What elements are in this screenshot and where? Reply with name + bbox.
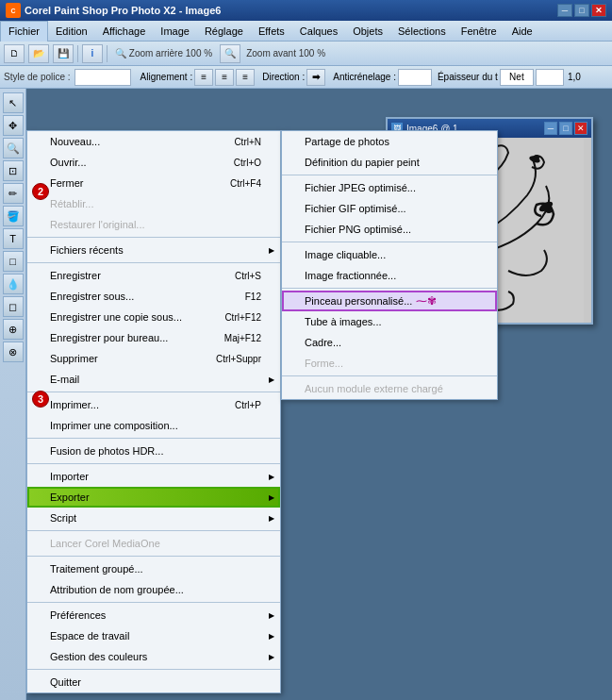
image-window-controls[interactable]: ─ □ ✕ [544, 122, 587, 135]
menu-aide[interactable]: Aide [504, 21, 540, 42]
iw-minimize[interactable]: ─ [544, 122, 557, 135]
maximize-button[interactable]: □ [574, 4, 589, 17]
menu-email[interactable]: E-mail [27, 369, 280, 390]
menu-importer[interactable]: Importer [27, 466, 280, 487]
fermer-shortcut: Ctrl+F4 [230, 178, 261, 189]
thickness-value: 1,0 [568, 72, 581, 82]
sub-definition-papier[interactable]: Définition du papier peint [282, 152, 497, 173]
direction-label: Direction : [262, 72, 305, 82]
tool-zoom[interactable]: 🔍 [3, 138, 24, 158]
zoom-in-btn[interactable]: 🔍 [220, 44, 240, 63]
fichier-dropdown: Nouveau... Ctrl+N Ouvrir... Ctrl+O Ferme… [26, 130, 281, 693]
direction-btn[interactable]: ➡ [306, 69, 325, 86]
info-btn[interactable]: i [82, 44, 103, 63]
menu-attribution-nom[interactable]: Attribution de nom groupée... [27, 579, 280, 600]
menu-traitement-groupe[interactable]: Traitement groupé... [27, 558, 280, 579]
sep1 [27, 237, 280, 238]
tool-crop[interactable]: ⊡ [3, 160, 24, 181]
sep5 [27, 463, 280, 464]
sep2 [27, 262, 280, 263]
sep9 [27, 669, 280, 670]
app-icon: C [6, 3, 21, 18]
sub-pinceau-perso[interactable]: Pinceau personnalisé... ⁓✾ [282, 291, 497, 311]
menu-edition[interactable]: Edition [48, 21, 95, 42]
alignement-label: Alignement : [141, 72, 193, 82]
sep1 [77, 45, 78, 62]
save-btn[interactable]: 💾 [53, 44, 74, 63]
exporter-submenu: Partage de photos Définition du papier p… [281, 130, 498, 400]
sub-sep2 [282, 242, 497, 242]
menu-enregistrer-copie[interactable]: Enregistrer une copie sous... Ctrl+F12 [27, 307, 280, 327]
minimize-button[interactable]: ─ [557, 4, 572, 17]
zoom-arriere-label: 🔍 Zoom arrière 100 % [115, 48, 212, 58]
menu-supprimer[interactable]: Supprimer Ctrl+Suppr [27, 348, 280, 369]
align-left-btn[interactable]: ≡ [194, 69, 213, 86]
iw-maximize[interactable]: □ [559, 122, 572, 135]
menu-script[interactable]: Script [27, 508, 280, 528]
menu-reglage[interactable]: Réglage [197, 21, 251, 42]
sub-partage-photos[interactable]: Partage de photos [282, 131, 497, 152]
menu-gestion-couleurs[interactable]: Gestion des couleurs [27, 646, 280, 667]
menu-calques[interactable]: Calques [292, 21, 345, 42]
menu-fenetre[interactable]: Fenêtre [454, 21, 504, 42]
tool-erase[interactable]: ◻ [3, 296, 24, 317]
open-btn[interactable]: 📂 [28, 44, 49, 63]
menu-ouvrir[interactable]: Ouvrir... Ctrl+O [27, 152, 280, 173]
sub-gif[interactable]: Fichier GIF optimisé... [282, 198, 497, 219]
sub-tube-images[interactable]: Tube à images... [282, 311, 497, 332]
menu-exporter[interactable]: Exporter [27, 487, 280, 508]
align-center-btn[interactable]: ≡ [215, 69, 234, 86]
menu-quitter[interactable]: Quitter [27, 672, 280, 692]
tool-shape[interactable]: □ [3, 251, 24, 272]
menu-recents[interactable]: Fichiers récents [27, 240, 280, 260]
tool-dropper[interactable]: 💧 [3, 274, 24, 294]
antialias-input[interactable] [398, 69, 432, 86]
menu-affichage[interactable]: Affichage [95, 21, 154, 42]
menu-effets[interactable]: Effets [251, 21, 292, 42]
thickness-input[interactable] [536, 69, 564, 86]
tool-fill[interactable]: 🪣 [3, 206, 24, 226]
menu-imprimer[interactable]: Imprimer... Ctrl+P [27, 394, 280, 415]
menu-enregistrer-sous[interactable]: Enregistrer sous... F12 [27, 286, 280, 307]
title-controls[interactable]: ─ □ ✕ [557, 4, 606, 17]
menu-fusion-hdr[interactable]: Fusion de photos HDR... [27, 441, 280, 461]
sub-image-fractionnee[interactable]: Image fractionnée... [282, 265, 497, 286]
menu-preferences[interactable]: Préférences [27, 605, 280, 625]
imprimer-shortcut: Ctrl+P [235, 400, 261, 410]
enregistrer-bureau-label: Enregistrer pour bureau... [50, 332, 168, 343]
net-select[interactable]: Net [500, 69, 534, 86]
menu-image[interactable]: Image [153, 21, 197, 42]
tool-clone[interactable]: ⊕ [3, 319, 24, 340]
sep4 [27, 438, 280, 439]
menu-objets[interactable]: Objets [345, 21, 390, 42]
close-button[interactable]: ✕ [591, 4, 606, 17]
app-title: Corel Paint Shop Pro Photo X2 - Image6 [25, 5, 221, 16]
script-label: Script [50, 512, 76, 524]
iw-close[interactable]: ✕ [574, 122, 587, 135]
tool-heal[interactable]: ⊗ [3, 342, 24, 362]
menu-fermer[interactable]: Fermer Ctrl+F4 [27, 173, 280, 193]
new-btn[interactable]: 🗋 [4, 44, 25, 63]
sub-png[interactable]: Fichier PNG optimisé... [282, 219, 497, 240]
menu-fichier[interactable]: Fichier [0, 21, 48, 42]
tube-images-label: Tube à images... [305, 316, 382, 327]
menu-nouveau[interactable]: Nouveau... Ctrl+N [27, 131, 280, 152]
menu-enregistrer[interactable]: Enregistrer Ctrl+S [27, 265, 280, 286]
canvas-area: 2 3 Nouveau... Ctrl+N Ouvrir... Ctrl+O F… [26, 89, 612, 700]
tool-move[interactable]: ✥ [3, 115, 24, 136]
sub-cadre[interactable]: Cadre... [282, 332, 497, 353]
tool-select[interactable]: ↖ [3, 92, 24, 113]
tool-text[interactable]: T [3, 228, 24, 249]
sub-image-cliquable[interactable]: Image cliquable... [282, 244, 497, 265]
style-police-label: Style de police : [4, 72, 71, 82]
menu-selections[interactable]: Sélections [390, 21, 454, 42]
align-right-btn[interactable]: ≡ [236, 69, 255, 86]
enregistrer-sous-label: Enregistrer sous... [50, 291, 134, 302]
style-police-input[interactable] [74, 69, 131, 86]
tool-brush[interactable]: ✏ [3, 183, 24, 204]
menu-enregistrer-bureau[interactable]: Enregistrer pour bureau... Maj+F12 [27, 327, 280, 348]
menu-imprimer-compo[interactable]: Imprimer une composition... [27, 415, 280, 436]
enregistrer-label: Enregistrer [50, 270, 101, 281]
menu-espace-travail[interactable]: Espace de travail [27, 625, 280, 646]
sub-jpeg[interactable]: Fichier JPEG optimisé... [282, 177, 497, 198]
